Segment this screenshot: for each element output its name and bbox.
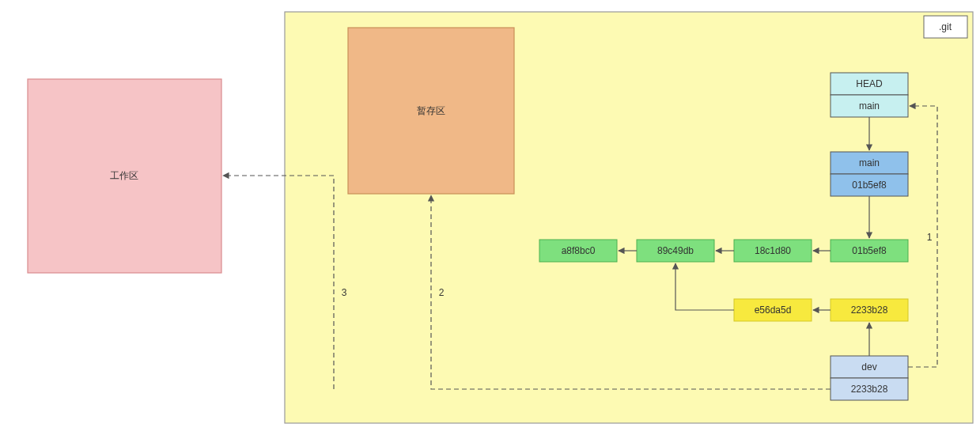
staging-area-label: 暂存区 [417, 105, 445, 116]
commit-label-2: 18c1d80 [755, 245, 791, 256]
commit-dev-label-0: e56da5d [755, 304, 792, 316]
step-1-label: 1 [927, 232, 933, 243]
commit-label-1: 89c49db [657, 245, 694, 256]
branch-main-name: main [859, 157, 880, 168]
branch-dev-box: dev 2233b28 [831, 356, 908, 400]
commit-label-3: 01b5ef8 [852, 245, 887, 256]
branch-dev-commit: 2233b28 [851, 384, 888, 395]
branch-main-commit: 01b5ef8 [852, 180, 887, 191]
git-label: .git [939, 21, 952, 32]
commit-e56da5d: e56da5d [734, 299, 812, 321]
commit-01b5ef8: 01b5ef8 [831, 240, 908, 262]
head-box: HEAD main [831, 73, 908, 117]
commit-label-0: a8f8bc0 [562, 245, 596, 256]
commit-89c49db: 89c49db [637, 240, 714, 262]
commit-a8f8bc0: a8f8bc0 [539, 240, 617, 262]
head-ref: main [859, 100, 880, 112]
working-area-label: 工作区 [110, 170, 138, 181]
commit-dev-label-1: 2233b28 [851, 304, 888, 316]
commit-18c1d80: 18c1d80 [734, 240, 812, 262]
head-title: HEAD [856, 78, 883, 89]
git-diagram: .git 工作区 暂存区 HEAD main main 01b5ef8 a8f8… [0, 0, 980, 435]
step-3-label: 3 [342, 287, 347, 298]
branch-dev-name: dev [861, 361, 876, 373]
branch-main-box: main 01b5ef8 [831, 152, 908, 196]
commit-2233b28: 2233b28 [831, 299, 908, 321]
step-2-label: 2 [439, 287, 445, 298]
